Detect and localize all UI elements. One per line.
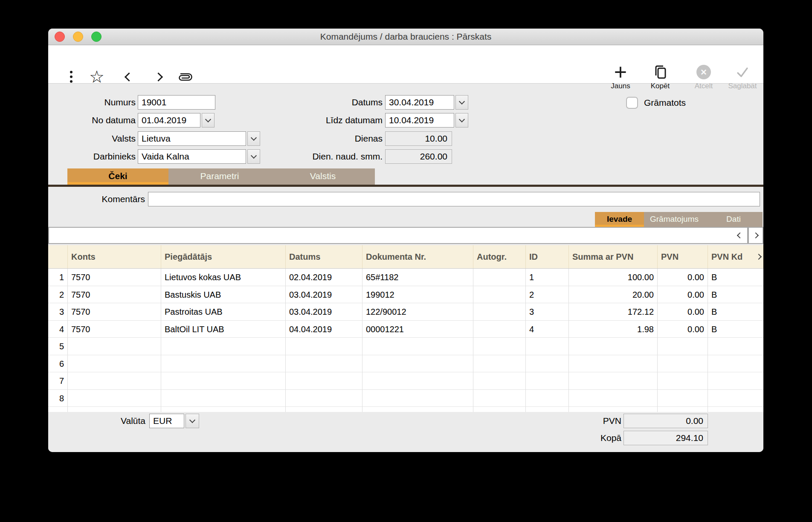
cell-dokumenta_nr[interactable] (362, 338, 473, 355)
attachments-icon[interactable] (175, 70, 195, 84)
flip-next-button[interactable] (748, 227, 763, 244)
cell-summa_ar_pvn[interactable] (569, 338, 658, 355)
cell-piegadatajs[interactable] (161, 338, 286, 355)
cell-pvn_kd[interactable]: B (708, 303, 763, 321)
cell-autogr[interactable] (473, 355, 526, 373)
cell-datums[interactable] (286, 390, 362, 407)
table-row[interactable]: 9 (48, 407, 763, 412)
cell-piegadatajs[interactable] (161, 355, 286, 373)
cell-dokumenta_nr[interactable]: 122/90012 (362, 303, 473, 321)
tab-valstis[interactable]: Valstis (271, 168, 375, 185)
cell-num[interactable]: 1 (48, 269, 68, 286)
cell-dokumenta_nr[interactable]: 65#1182 (362, 269, 473, 286)
cell-datums[interactable] (286, 338, 362, 355)
cell-autogr[interactable] (473, 407, 526, 412)
cell-konts[interactable]: 7570 (68, 321, 161, 338)
cell-konts[interactable] (68, 372, 161, 390)
cell-autogr[interactable] (473, 269, 526, 286)
cell-summa_ar_pvn[interactable] (569, 372, 658, 390)
cell-pvn[interactable] (658, 407, 708, 412)
cell-autogr[interactable] (473, 372, 526, 390)
cell-num[interactable]: 8 (48, 390, 68, 407)
cell-pvn_kd[interactable]: B (708, 286, 763, 304)
cell-pvn_kd[interactable] (708, 390, 763, 407)
cell-pvn_kd[interactable] (708, 338, 763, 355)
cell-pvn[interactable]: 0.00 (658, 303, 708, 321)
valuta-input[interactable] (149, 414, 184, 428)
cell-konts[interactable]: 7570 (68, 303, 161, 321)
flip-previous-icon[interactable] (737, 232, 743, 238)
cell-datums[interactable] (286, 355, 362, 373)
cell-num[interactable]: 5 (48, 338, 68, 355)
cell-datums[interactable]: 04.04.2019 (286, 321, 362, 338)
matrix-entry-bar[interactable] (48, 227, 748, 244)
cell-summa_ar_pvn[interactable] (569, 390, 658, 407)
cell-piegadatajs[interactable] (161, 407, 286, 412)
cell-id[interactable] (526, 390, 569, 407)
cell-konts[interactable]: 7570 (68, 286, 161, 304)
cell-num[interactable]: 2 (48, 286, 68, 304)
cell-summa_ar_pvn[interactable] (569, 407, 658, 412)
cell-pvn_kd[interactable]: B (708, 269, 763, 286)
valsts-dropdown-button[interactable] (247, 131, 260, 146)
cell-dokumenta_nr[interactable] (362, 390, 473, 407)
more-options-icon[interactable] (67, 70, 75, 84)
cell-piegadatajs[interactable]: Bastuskis UAB (161, 286, 286, 304)
cancel-button[interactable]: ✕ Atcelt (686, 63, 722, 90)
gramatots-checkbox[interactable] (626, 97, 638, 109)
cell-datums[interactable]: 03.04.2019 (286, 303, 362, 321)
cell-pvn[interactable] (658, 390, 708, 407)
valsts-input[interactable] (138, 131, 246, 146)
table-row[interactable]: 27570Bastuskis UAB03.04.2019199012220.00… (48, 286, 763, 304)
cell-autogr[interactable] (473, 303, 526, 321)
cell-pvn[interactable]: 0.00 (658, 269, 708, 286)
cell-pvn_kd[interactable] (708, 407, 763, 412)
table-row[interactable]: 47570BaltOil LIT UAB04.04.20190000122141… (48, 321, 763, 338)
cell-num[interactable]: 4 (48, 321, 68, 338)
cell-pvn_kd[interactable] (708, 372, 763, 390)
table-row[interactable]: 37570Pastroitas UAB03.04.2019122/9001231… (48, 303, 763, 321)
back-icon[interactable] (122, 70, 135, 84)
cell-konts[interactable]: 7570 (68, 269, 161, 286)
table-row[interactable]: 8 (48, 390, 763, 407)
numurs-input[interactable] (138, 95, 215, 110)
cell-num[interactable]: 9 (48, 407, 68, 412)
cell-konts[interactable] (68, 390, 161, 407)
lidz-datumam-dropdown-button[interactable] (455, 113, 468, 128)
cell-summa_ar_pvn[interactable]: 100.00 (569, 269, 658, 286)
duplicate-button[interactable]: Kopēt (642, 63, 678, 90)
cell-autogr[interactable] (473, 390, 526, 407)
cell-pvn[interactable]: 0.00 (658, 286, 708, 304)
table-row[interactable]: 17570Lietuvos kokas UAB02.04.201965#1182… (48, 269, 763, 286)
cell-pvn[interactable] (658, 355, 708, 373)
tab-parametri[interactable]: Parametri (168, 168, 271, 185)
cell-piegadatajs[interactable]: Lietuvos kokas UAB (161, 269, 286, 286)
forward-icon[interactable] (152, 70, 165, 84)
cell-dokumenta_nr[interactable] (362, 355, 473, 373)
no-datuma-input[interactable] (138, 113, 200, 128)
valuta-dropdown-button[interactable] (186, 414, 199, 428)
subtab-dati[interactable]: Dati (705, 212, 763, 227)
tab-ceki[interactable]: Čeki (67, 168, 168, 185)
cell-id[interactable]: 4 (526, 321, 569, 338)
cell-num[interactable]: 3 (48, 303, 68, 321)
no-datuma-dropdown-button[interactable] (202, 113, 215, 128)
cell-konts[interactable] (68, 338, 161, 355)
cell-summa_ar_pvn[interactable]: 1.98 (569, 321, 658, 338)
table-row[interactable]: 6 (48, 355, 763, 373)
cell-id[interactable] (526, 355, 569, 373)
cell-id[interactable]: 3 (526, 303, 569, 321)
cell-id[interactable] (526, 407, 569, 412)
cell-datums[interactable]: 02.04.2019 (286, 269, 362, 286)
favorite-star-icon[interactable]: ☆ (87, 70, 106, 84)
cell-summa_ar_pvn[interactable]: 20.00 (569, 286, 658, 304)
cell-dokumenta_nr[interactable]: 199012 (362, 286, 473, 304)
cell-num[interactable]: 7 (48, 372, 68, 390)
cell-datums[interactable] (286, 372, 362, 390)
cell-autogr[interactable] (473, 321, 526, 338)
cell-autogr[interactable] (473, 286, 526, 304)
lidz-datumam-input[interactable] (385, 113, 454, 128)
cell-datums[interactable]: 03.04.2019 (286, 286, 362, 304)
cell-dokumenta_nr[interactable] (362, 372, 473, 390)
cell-id[interactable] (526, 338, 569, 355)
